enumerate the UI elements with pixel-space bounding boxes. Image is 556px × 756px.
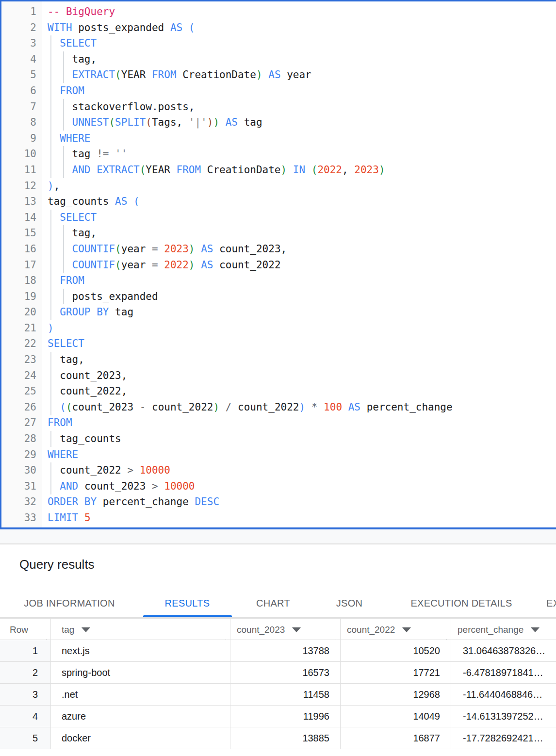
column-label: Row [10, 625, 28, 635]
line-number: 20 [1, 304, 42, 320]
tab-ex[interactable]: EX [546, 590, 556, 617]
code-text: UNNEST(SPLIT(Tags, '|')) AS tag [42, 115, 262, 131]
column-header-count_2022[interactable]: count_2022 [341, 618, 451, 640]
line-number: 11 [1, 162, 42, 178]
table-row: 4azure1199614049-14.6131397252… [0, 706, 556, 727]
code-line[interactable]: 14 SELECT [1, 210, 556, 226]
code-text: ((count_2023 - count_2022) / count_2022)… [42, 399, 453, 415]
column-header-percent_change[interactable]: percent_change [451, 618, 556, 640]
column-label: count_2022 [347, 625, 395, 635]
column-resize-handle-icon[interactable] [554, 632, 556, 639]
code-line[interactable]: 8 UNNEST(SPLIT(Tags, '|')) AS tag [1, 115, 556, 131]
line-number: 5 [1, 67, 42, 83]
column-resize-handle-icon[interactable] [221, 632, 228, 639]
code-text: ) [42, 320, 54, 336]
line-number: 6 [1, 83, 42, 99]
code-line[interactable]: 19 posts_expanded [1, 289, 556, 305]
code-line[interactable]: 16 COUNTIF(year = 2023) AS count_2023, [1, 241, 556, 257]
column-dropdown-icon[interactable] [402, 627, 411, 632]
code-line[interactable]: 23 tag, [1, 352, 556, 368]
code-line[interactable]: 29WHERE [1, 447, 556, 463]
cell-tag: azure [51, 706, 230, 727]
code-text: ORDER BY percent_change DESC [42, 494, 219, 510]
code-line[interactable]: 13tag_counts AS ( [1, 194, 556, 210]
editor-results-divider [0, 529, 556, 544]
code-text: tag, [42, 352, 84, 368]
line-number: 15 [1, 225, 42, 241]
table-row: 3.net1145812968-11.6440468846… [0, 684, 556, 706]
code-line[interactable]: 11 AND EXTRACT(YEAR FROM CreationDate) I… [1, 162, 556, 178]
cell-count_2022: 10520 [341, 640, 451, 662]
column-header-row[interactable]: Row [0, 618, 51, 640]
line-number: 8 [1, 115, 42, 131]
line-number: 2 [1, 20, 42, 36]
code-line[interactable]: 9 WHERE [1, 131, 556, 147]
code-line[interactable]: 26 ((count_2023 - count_2022) / count_20… [1, 399, 556, 415]
code-line[interactable]: 4 tag, [1, 51, 556, 67]
code-line[interactable]: 17 COUNTIF(year = 2022) AS count_2022 [1, 257, 556, 273]
code-line[interactable]: 21) [1, 320, 556, 336]
line-number: 27 [1, 415, 42, 431]
code-line[interactable]: 18 FROM [1, 273, 556, 289]
column-resize-handle-icon[interactable] [41, 632, 49, 639]
cell-count_2023: 11458 [230, 684, 341, 706]
code-line[interactable]: 33LIMIT 5 [1, 510, 556, 526]
code-line[interactable]: 10 tag != '' [1, 146, 556, 162]
cell-tag: .net [51, 684, 230, 706]
cell-percent_change: -6.47818971841… [451, 662, 556, 684]
tab-chart[interactable]: CHART [256, 590, 290, 617]
code-line[interactable]: 5 EXTRACT(YEAR FROM CreationDate) AS yea… [1, 67, 556, 83]
tab-job-information[interactable]: JOB INFORMATION [24, 590, 114, 617]
sql-code[interactable]: 1-- BigQuery2WITH posts_expanded AS (3 S… [1, 4, 556, 526]
code-line[interactable]: 15 tag, [1, 225, 556, 241]
table-header-row: Rowtagcount_2023count_2022percent_change [0, 618, 556, 640]
code-line[interactable]: 30 count_2022 > 10000 [1, 462, 556, 478]
code-line[interactable]: 7 stackoverflow.posts, [1, 99, 556, 115]
column-dropdown-icon[interactable] [531, 627, 540, 632]
tab-execution-details[interactable]: EXECUTION DETAILS [410, 590, 512, 617]
code-line[interactable]: 1-- BigQuery [1, 4, 556, 20]
code-text: EXTRACT(YEAR FROM CreationDate) AS year [42, 67, 311, 83]
code-text: FROM [42, 273, 84, 289]
cell-count_2022: 12968 [341, 684, 451, 706]
line-number: 13 [1, 194, 42, 210]
cell-count_2022: 14049 [341, 706, 451, 727]
line-number: 21 [1, 320, 42, 336]
column-header-tag[interactable]: tag [51, 618, 230, 640]
cell-percent_change: -11.6440468846… [451, 684, 556, 706]
column-header-count_2023[interactable]: count_2023 [230, 618, 341, 640]
active-tab-indicator [143, 615, 232, 617]
column-resize-handle-icon[interactable] [442, 632, 449, 639]
code-text: stackoverflow.posts, [42, 99, 195, 115]
line-number: 32 [1, 494, 42, 510]
tab-results[interactable]: RESULTS [165, 590, 210, 617]
cell-tag: docker [51, 727, 230, 749]
code-text: AND EXTRACT(YEAR FROM CreationDate) IN (… [42, 162, 385, 178]
code-line[interactable]: 6 FROM [1, 83, 556, 99]
column-resize-handle-icon[interactable] [331, 632, 338, 639]
code-line[interactable]: 20 GROUP BY tag [1, 304, 556, 320]
line-number: 16 [1, 241, 42, 257]
tab-json[interactable]: JSON [336, 590, 363, 617]
code-line[interactable]: 25 count_2022, [1, 383, 556, 399]
code-line[interactable]: 12), [1, 178, 556, 194]
cell-row: 2 [0, 662, 51, 684]
code-line[interactable]: 3 SELECT [1, 35, 556, 51]
column-dropdown-icon[interactable] [292, 627, 301, 632]
code-text: WITH posts_expanded AS ( [42, 20, 195, 36]
code-line[interactable]: 27FROM [1, 415, 556, 431]
sql-editor[interactable]: 1-- BigQuery2WITH posts_expanded AS (3 S… [0, 0, 556, 529]
code-line[interactable]: 31 AND count_2023 > 10000 [1, 478, 556, 494]
code-text: tag != '' [42, 146, 127, 162]
code-text: tag_counts [42, 431, 121, 447]
code-text: GROUP BY tag [42, 304, 133, 320]
code-line[interactable]: 28 tag_counts [1, 431, 556, 447]
line-number: 9 [1, 131, 42, 147]
code-line[interactable]: 2WITH posts_expanded AS ( [1, 20, 556, 36]
code-text: AND count_2023 > 10000 [42, 478, 195, 494]
code-line[interactable]: 32ORDER BY percent_change DESC [1, 494, 556, 510]
code-line[interactable]: 22SELECT [1, 336, 556, 352]
code-line[interactable]: 24 count_2023, [1, 368, 556, 384]
column-dropdown-icon[interactable] [82, 627, 90, 632]
code-text: FROM [42, 83, 84, 99]
